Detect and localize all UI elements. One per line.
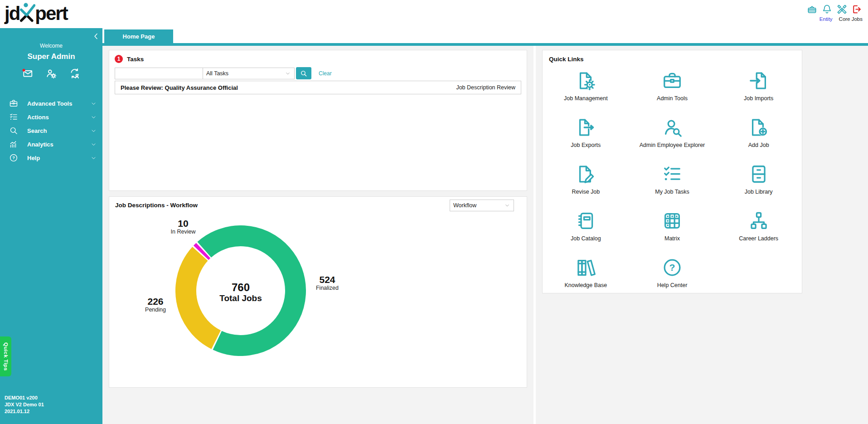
task-search-button[interactable] [296,67,311,79]
user-settings-icon[interactable] [45,68,57,79]
entity-link[interactable]: Entity [820,16,833,22]
segment-value: 10 [171,219,196,228]
admin-employee-explorer-icon [662,117,683,138]
help-center-icon: ? [662,257,683,278]
segment-name: Pending [145,306,166,313]
user-icons-row [0,68,102,79]
job-exports-icon [575,117,596,138]
chevron-down-icon [90,155,97,161]
quick-link-career-ladders[interactable]: Career Ladders [715,206,802,253]
jdxpert-logo: jd pert [5,2,68,23]
sidebar-item-help[interactable]: ?Help [0,151,102,165]
logout-icon[interactable] [851,4,863,15]
briefcase-icon [9,99,18,108]
quick-link-add-job[interactable]: Add Job [715,112,802,159]
clear-link[interactable]: Clear [319,70,332,77]
quick-link-job-exports[interactable]: Job Exports [543,112,629,159]
quick-link-job-imports[interactable]: Job Imports [715,66,802,112]
sidebar-collapse-button[interactable] [92,32,101,41]
sidebar-item-actions[interactable]: Actions [0,110,102,124]
segment-value: 226 [145,297,166,306]
checklist-icon [9,112,18,122]
content-area: 1 Tasks All Tasks [102,46,868,424]
core-jobs-link[interactable]: Core Jobs [839,16,863,22]
search-icon [9,126,18,135]
quick-link-label: Matrix [664,235,680,242]
switch-user-icon[interactable] [69,68,81,79]
quick-link-label: My Job Tasks [655,189,689,195]
tools-icon[interactable] [836,4,848,15]
knowledge-base-icon [575,257,596,278]
version-line: DEMO01 v200 [5,395,44,401]
svg-text:?: ? [669,262,675,273]
chevron-down-icon [285,70,291,77]
quick-links-grid: Job ManagementAdmin ToolsJob ImportsJob … [543,66,802,299]
sidebar-item-label: Analytics [27,141,90,148]
help-icon: ? [9,153,18,162]
quick-links-panel: Quick Links Job ManagementAdmin ToolsJob… [542,50,802,293]
quick-link-job-library[interactable]: Job Library [715,159,802,206]
tasks-controls: All Tasks Clear [115,67,332,79]
quick-links-title: Quick Links [549,56,584,63]
tab-home-page[interactable]: Home Page [104,29,173,43]
workflow-donut-chart: 760 Total Jobs 10In Review524Finalized22… [109,197,527,387]
quick-tips-label: Quick Tips [3,342,9,371]
quick-link-label: Job Catalog [571,235,601,242]
notifications-icon[interactable] [821,4,833,15]
version-info: DEMO01 v200 JDX V2 Demo 01 2021.01.12 [5,395,44,415]
quick-link-knowledge-base[interactable]: Knowledge Base [543,253,629,299]
quick-tips-tab[interactable]: Quick Tips [0,336,11,376]
admin-tools-icon [662,70,683,91]
donut-label-pending: 226Pending [145,297,166,313]
career-ladders-icon [748,210,769,231]
quick-link-label: Admin Tools [657,95,688,102]
donut-center-label: 760 Total Jobs [219,282,262,303]
job-library-icon [748,164,769,185]
entity-icon[interactable] [806,4,818,15]
tasks-panel: 1 Tasks All Tasks [109,50,527,191]
version-line: 2021.01.12 [5,408,44,415]
sidebar-item-label: Advanced Tools [27,100,90,107]
job-catalog-icon [575,210,596,231]
quick-link-label: Career Ladders [739,235,778,242]
logo-text-post: pert [35,4,67,23]
task-row-type: Job Description Review [456,84,515,91]
quick-link-admin-tools[interactable]: Admin Tools [629,66,716,112]
quick-link-job-management[interactable]: Job Management [543,66,629,112]
total-jobs-value: 760 [219,282,262,293]
quick-link-label: Help Center [657,282,688,288]
chevron-down-icon [90,100,97,107]
segment-name: In Review [171,228,196,235]
quick-link-my-job-tasks[interactable]: My Job Tasks [629,159,716,206]
quick-link-label: Job Management [564,95,608,102]
task-row[interactable]: Please Review: Quality Assurance Officia… [115,81,521,94]
quick-link-label: Job Library [745,189,773,195]
header-right: Entity Core Jobs [806,4,863,22]
matrix-icon [662,210,683,231]
quick-link-help-center[interactable]: ?Help Center [629,253,716,299]
donut-label-in-review: 10In Review [171,219,196,235]
quick-link-admin-employee-explorer[interactable]: Admin Employee Explorer [629,112,716,159]
chevron-down-icon [90,141,97,148]
quick-link-revise-job[interactable]: Revise Job [543,159,629,206]
content-column-right: Quick Links Job ManagementAdmin ToolsJob… [536,46,868,424]
quick-link-matrix[interactable]: Matrix [629,206,716,253]
task-filter-select[interactable]: All Tasks [203,68,295,79]
user-name: Super Admin [0,52,102,61]
version-line: JDX V2 Demo 01 [5,401,44,408]
welcome-label: Welcome [0,43,102,49]
sidebar-item-label: Actions [27,114,90,121]
quick-link-job-catalog[interactable]: Job Catalog [543,206,629,253]
quick-link-label: Knowledge Base [564,282,607,288]
top-header: jd pert Entity Core Jobs [0,0,868,28]
task-search-input[interactable] [115,68,203,79]
my-job-tasks-icon [662,164,683,185]
sidebar-item-search[interactable]: Search [0,124,102,137]
tab-label: Home Page [123,33,155,40]
job-imports-icon [748,70,769,91]
svg-text:?: ? [12,156,15,160]
mail-icon[interactable] [22,68,34,79]
sidebar-item-advanced-tools[interactable]: Advanced Tools [0,97,102,110]
sidebar-item-analytics[interactable]: Analytics [0,137,102,151]
logo-x-person-icon [19,2,35,23]
